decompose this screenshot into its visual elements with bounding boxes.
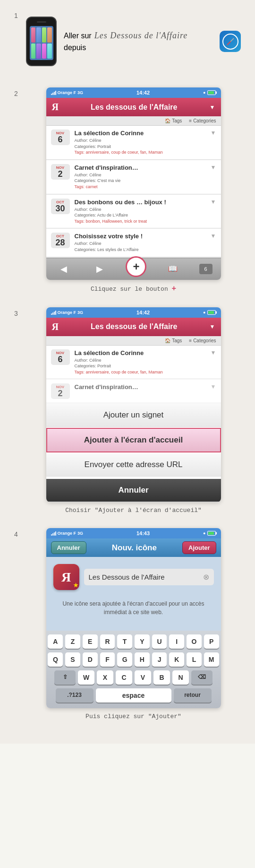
keyboard: A Z E R T Y U I O P Q S D (46, 631, 221, 708)
key-Y[interactable]: Y (135, 634, 150, 649)
backspace-key[interactable]: ⌫ (191, 670, 212, 685)
categories-label: Categories (193, 118, 216, 123)
key-U[interactable]: U (152, 634, 167, 649)
step4-caption: Puis cliquez sur "Ajouter" (26, 713, 241, 720)
key-Z[interactable]: Z (65, 634, 80, 649)
tags-filter-3[interactable]: 🏠 Tags (165, 338, 182, 343)
table-row[interactable]: NOV 6 La sélection de Corinne Author: Cé… (46, 346, 221, 380)
post-title-3: Choisissez votre style ! (75, 233, 208, 240)
key-F[interactable]: F (100, 652, 115, 667)
post-title-2: Des bonbons ou des … bijoux ! (75, 199, 208, 206)
cancel-button[interactable]: Annuler (51, 541, 86, 554)
wifi-icon-4: ● (203, 531, 205, 536)
add-plus-button[interactable]: + (126, 256, 146, 277)
key-Q[interactable]: Q (48, 652, 63, 667)
key-E[interactable]: E (83, 634, 98, 649)
key-X[interactable]: X (97, 670, 113, 685)
time-display-step3: 14:42 (136, 310, 150, 315)
battery-icon (207, 90, 216, 95)
key-N[interactable]: N (172, 670, 189, 685)
key-V[interactable]: V (135, 670, 151, 685)
dropdown-arrow-icon-3[interactable]: ▼ (210, 323, 215, 330)
wifi-icon-3: ● (203, 310, 205, 315)
cancel-action-button[interactable]: Annuler (46, 479, 221, 502)
key-G[interactable]: G (117, 652, 132, 667)
chevron-right-icon: ▼ (211, 199, 216, 205)
partial-post-list: NOV 6 La sélection de Corinne Author: Cé… (46, 346, 221, 404)
step-2-number: 2 (14, 90, 26, 97)
key-T[interactable]: T (117, 634, 132, 649)
add-bookmark-button[interactable]: Ajouter un signet (46, 404, 221, 427)
safari-browser-icon (220, 31, 241, 52)
site-name: Les Dessous de l'Affaire (94, 31, 188, 41)
return-key[interactable]: retour (174, 688, 212, 703)
chevron-right-icon: ▼ (211, 233, 216, 239)
app-header-step2: Я Les dessous de l'Affaire ▼ (46, 98, 221, 116)
send-url-button[interactable]: Envoyer cette adresse URL (46, 453, 221, 477)
back-tab-button[interactable]: ◀ (54, 262, 73, 276)
step3-caption: Choisir "Ajouter à l'écran d'accueil" (26, 507, 241, 514)
wifi-icon: ● (203, 90, 205, 95)
key-P[interactable]: P (204, 634, 219, 649)
key-K[interactable]: K (169, 652, 184, 667)
app-header-step3: Я Les dessous de l'Affaire ▼ (46, 318, 221, 336)
table-row[interactable]: OCT 30 Des bonbons ou des … bijoux ! Aut… (46, 195, 221, 229)
status-bar-step4: Orange F 3G 14:43 ● (46, 528, 221, 538)
icon-name-field[interactable]: Les Dessous de l'Affaire ⊗ (84, 569, 214, 585)
step1-phrase-end: depuis (64, 43, 86, 52)
forward-tab-button[interactable]: ▶ (90, 262, 109, 276)
key-A[interactable]: A (48, 634, 63, 649)
categories-filter-3[interactable]: ≡ Categories (189, 338, 216, 343)
table-row[interactable]: NOV 2 Carnet d'inspiration… ▼ (46, 380, 221, 403)
new-icon-nav: Annuler Nouv. icône Ajouter (46, 538, 221, 557)
post-meta-1: Author: Céline Categories: C'est ma vie … (75, 172, 208, 190)
app-logo-3: Я (52, 321, 59, 332)
app-icon-preview: Я ★ (53, 564, 79, 590)
network-label: 3G (77, 90, 83, 95)
filter-bar-3: 🏠 Tags ≡ Categories (46, 336, 221, 346)
tabs-count-button[interactable]: 6 (199, 264, 212, 274)
key-W[interactable]: W (78, 670, 94, 685)
iphone-mockup-step4: Orange F 3G 14:43 ● Annuler Nouv. icône (46, 528, 221, 708)
house-icon: 🏠 (165, 118, 170, 123)
table-row[interactable]: OCT 28 Choisissez votre style ! Author: … (46, 229, 221, 257)
key-D[interactable]: D (83, 652, 98, 667)
key-R[interactable]: R (100, 634, 115, 649)
filter-bar: 🏠 Tags ≡ Categories (46, 116, 221, 126)
nav-title: Nouv. icône (112, 543, 157, 553)
table-row[interactable]: NOV 2 Carnet d'inspiration… Author: Céli… (46, 160, 221, 194)
post-title-0: La sélection de Corinne (75, 130, 208, 137)
categories-filter[interactable]: ≡ Categories (189, 118, 216, 123)
post-meta-3: Author: Céline Categories: Les styles de… (75, 241, 208, 252)
tags-filter[interactable]: 🏠 Tags (165, 118, 182, 123)
key-H[interactable]: H (135, 652, 150, 667)
table-row[interactable]: NOV 6 La sélection de Corinne Author: Cé… (46, 126, 221, 160)
shift-key[interactable]: ⇧ (54, 670, 76, 685)
add-to-homescreen-button[interactable]: Ajouter à l'écran d'accueil (46, 428, 221, 452)
space-key[interactable]: espace (96, 688, 171, 703)
key-J[interactable]: J (152, 652, 167, 667)
chevron-right-icon: ▼ (211, 130, 216, 136)
key-I[interactable]: I (169, 634, 184, 649)
post-meta-2: Author: Céline Categories: Actu de L'Aff… (75, 207, 208, 225)
dropdown-arrow-icon[interactable]: ▼ (210, 104, 215, 111)
time-display-step4: 14:43 (136, 530, 150, 536)
key-M[interactable]: M (204, 652, 219, 667)
keyboard-row-3: ⇧ W X C V B N ⌫ (48, 670, 219, 685)
numbers-key[interactable]: .?123 (56, 688, 94, 703)
add-button[interactable]: Ajouter (182, 541, 216, 554)
key-L[interactable]: L (187, 652, 202, 667)
battery-icon-4 (207, 531, 216, 536)
status-bar-step2: Orange F 3G 14:42 ● (46, 87, 221, 98)
step-3-number: 3 (14, 310, 26, 317)
battery-icon-3 (207, 310, 216, 315)
new-icon-content: Я ★ Les Dessous de l'Affaire ⊗ Une icône… (46, 557, 221, 631)
key-C[interactable]: C (116, 670, 132, 685)
key-O[interactable]: O (187, 634, 202, 649)
bookmarks-tab-button[interactable]: 📖 (163, 262, 182, 276)
post-date-nov2: NOV 2 (51, 164, 70, 180)
key-B[interactable]: B (153, 670, 170, 685)
clear-input-icon[interactable]: ⊗ (203, 573, 209, 582)
keyboard-row-4: .?123 espace retour (48, 688, 219, 703)
key-S[interactable]: S (65, 652, 80, 667)
